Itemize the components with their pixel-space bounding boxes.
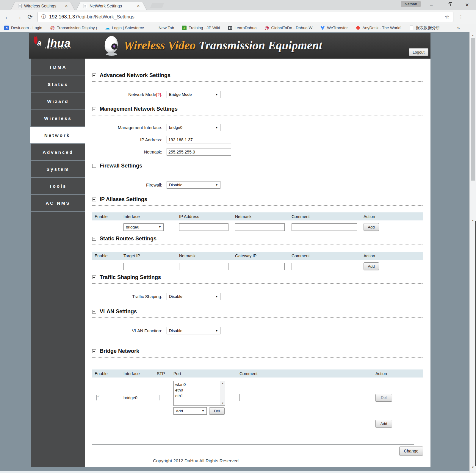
address-bar[interactable]: ⓘ 192.168.1.37 /cgi-bin/NetWork_Settings… bbox=[37, 12, 453, 22]
sidebar-item-system[interactable]: System bbox=[31, 160, 85, 177]
vlan-function-select[interactable]: Disable ▼ bbox=[167, 327, 220, 334]
network-mode-row: Network Mode[?]: Bridge Mode ▼ bbox=[92, 91, 423, 98]
scroll-down-icon[interactable]: ▼ bbox=[470, 466, 476, 469]
bookmark-learndahua[interactable]: LearnDahua bbox=[228, 26, 256, 30]
sidebar-item-network[interactable]: Network bbox=[30, 126, 85, 143]
scroll-up-icon[interactable]: ▲ bbox=[470, 34, 476, 37]
bridge-interface-label: bridge0 bbox=[123, 395, 157, 400]
dahua-a-icon: @ bbox=[50, 26, 55, 30]
reload-icon[interactable]: ⟳ bbox=[24, 13, 36, 21]
bookmark-anydesk[interactable]: AnyDesk - The World' bbox=[356, 26, 401, 30]
bookmark-star-icon[interactable]: ☆ bbox=[445, 14, 450, 20]
profile-badge[interactable]: Nathan bbox=[401, 1, 421, 7]
firewall-select[interactable]: Disable ▼ bbox=[167, 181, 220, 189]
chevron-down-icon: ▼ bbox=[215, 184, 218, 187]
bridge-del-button[interactable]: Del bbox=[375, 394, 392, 402]
sidebar-item-advanced[interactable]: Advanced bbox=[31, 143, 85, 160]
bookmark-wetransfer[interactable]: WeTransfer bbox=[320, 26, 348, 30]
management-interface-row: Management Interface: bridge0 ▼ bbox=[92, 124, 423, 131]
route-comment-field[interactable] bbox=[292, 263, 357, 270]
route-add-button[interactable]: Add bbox=[364, 262, 379, 270]
stp-checkbox[interactable] bbox=[159, 395, 159, 400]
route-netmask-field[interactable] bbox=[179, 263, 228, 270]
list-item[interactable]: wlan0 bbox=[175, 382, 223, 387]
netmask-field[interactable] bbox=[167, 148, 231, 156]
collapse-icon[interactable] bbox=[92, 275, 96, 279]
alias-comment-field[interactable] bbox=[292, 223, 357, 231]
bridge-add-button[interactable]: Add bbox=[375, 420, 392, 427]
tab-close-icon[interactable]: ✕ bbox=[137, 4, 140, 8]
list-item[interactable]: eth1 bbox=[175, 393, 223, 399]
sidebar-item-tools[interactable]: Tools bbox=[31, 177, 85, 194]
bookmark-transmission-display[interactable]: @ Transmission Display ( bbox=[50, 26, 97, 30]
scrollbar-thumb[interactable] bbox=[471, 38, 475, 181]
alias-netmask-field[interactable] bbox=[235, 223, 285, 231]
collapse-icon[interactable] bbox=[92, 107, 96, 111]
tab-close-icon[interactable]: ✕ bbox=[65, 4, 68, 8]
network-mode-select[interactable]: Bridge Mode ▼ bbox=[167, 91, 220, 98]
restore-button[interactable] bbox=[440, 0, 458, 10]
new-tab-button[interactable] bbox=[150, 3, 164, 8]
traffic-shaping-select[interactable]: Disable ▼ bbox=[167, 293, 220, 300]
section-advanced-network: Advanced Network Settings bbox=[92, 72, 423, 82]
firewall-row: Firewall: Disable ▼ bbox=[92, 181, 423, 189]
bookmark-desk[interactable]: d Desk.com - Login bbox=[4, 26, 42, 30]
wiki-icon: J bbox=[182, 26, 187, 30]
bookmark-jp-wiki[interactable]: J Training - JP Wiki bbox=[182, 26, 220, 30]
collapse-icon[interactable] bbox=[92, 73, 96, 77]
route-gateway-field[interactable] bbox=[235, 263, 285, 270]
port-listbox[interactable]: wlan0 eth0 eth1 ▲ ▼ bbox=[173, 381, 225, 406]
port-add-select[interactable]: Add ▼ bbox=[173, 407, 207, 415]
scroll-up-icon[interactable]: ▲ bbox=[470, 219, 476, 222]
close-button[interactable]: ✕ bbox=[458, 0, 476, 10]
chevron-down-icon: ▼ bbox=[215, 329, 218, 332]
chevron-down-icon: ▼ bbox=[159, 225, 161, 228]
static-routes-header: Enable Target IP Netmask Gateway IP Comm… bbox=[92, 252, 423, 260]
bookmark-globaltodo[interactable]: @ GlobalToDo - Dahua W bbox=[264, 26, 313, 30]
route-target-ip-field[interactable] bbox=[123, 263, 166, 270]
collapse-icon[interactable] bbox=[92, 164, 96, 168]
forward-icon[interactable]: → bbox=[13, 13, 24, 21]
alias-add-button[interactable]: Add bbox=[364, 223, 379, 231]
collapse-icon[interactable] bbox=[92, 310, 96, 314]
enable-checkbox[interactable]: ✓ bbox=[96, 395, 97, 400]
back-icon[interactable]: ← bbox=[2, 13, 13, 21]
bridge-comment-field[interactable] bbox=[239, 394, 368, 401]
alias-ip-field[interactable] bbox=[179, 223, 228, 231]
bookmark-new-tab[interactable]: New Tab bbox=[152, 26, 174, 30]
port-del-button[interactable]: Del bbox=[209, 407, 225, 415]
browser-toolbar: ← → ⟳ ⓘ 192.168.1.37 /cgi-bin/NetWork_Se… bbox=[0, 10, 476, 24]
browser-menu-icon[interactable]: ⋮ bbox=[458, 14, 464, 20]
sidebar-item-status[interactable]: Status bbox=[31, 76, 85, 93]
bookmark-salesforce[interactable]: ☁ Login | Salesforce bbox=[105, 26, 144, 30]
logout-button[interactable]: Logout bbox=[409, 48, 428, 56]
scroll-up-icon[interactable]: ▲ bbox=[220, 382, 225, 385]
listbox-scrollbar[interactable]: ▲ ▼ bbox=[220, 381, 225, 405]
alias-interface-select[interactable]: bridge0 ▼ bbox=[123, 223, 164, 231]
collapse-icon[interactable] bbox=[92, 237, 96, 241]
scrollbar[interactable]: ▲ ▲ ▼ bbox=[469, 32, 476, 473]
bookmarks-overflow-icon[interactable]: » bbox=[457, 25, 472, 31]
tab-network-settings[interactable]: NetWork Settings ✕ bbox=[76, 2, 147, 10]
minimize-button[interactable]: – bbox=[422, 0, 440, 10]
sidebar-item-tdma[interactable]: TDMA bbox=[31, 59, 85, 76]
dahua-a-icon: @ bbox=[264, 26, 269, 30]
sidebar-item-wizard[interactable]: Wizard bbox=[31, 93, 85, 109]
list-item[interactable]: eth0 bbox=[175, 387, 223, 393]
url-host: 192.168.1.37 bbox=[49, 14, 78, 20]
management-interface-select[interactable]: bridge0 ▼ bbox=[167, 124, 220, 131]
change-button[interactable]: Change bbox=[399, 447, 423, 455]
url-path: /cgi-bin/NetWork_Settings bbox=[78, 14, 134, 20]
help-link[interactable]: [?] bbox=[156, 92, 161, 97]
sidebar-item-ac-nms[interactable]: AC NMS bbox=[31, 194, 85, 211]
collapse-icon[interactable] bbox=[92, 198, 96, 201]
bookmark-report-analysis[interactable]: 报表数据分析 bbox=[409, 25, 440, 31]
desk-icon: d bbox=[4, 26, 9, 30]
scroll-down-icon[interactable]: ▼ bbox=[220, 402, 225, 405]
collapse-icon[interactable] bbox=[92, 349, 96, 353]
page-info-icon[interactable]: ⓘ bbox=[41, 14, 46, 20]
tab-wireless-settings[interactable]: Wireless Settings ✕ bbox=[11, 2, 75, 10]
section-title: VLAN Settings bbox=[100, 308, 137, 315]
sidebar-item-wireless[interactable]: Wireless bbox=[31, 109, 85, 126]
ip-address-field[interactable] bbox=[167, 136, 231, 143]
